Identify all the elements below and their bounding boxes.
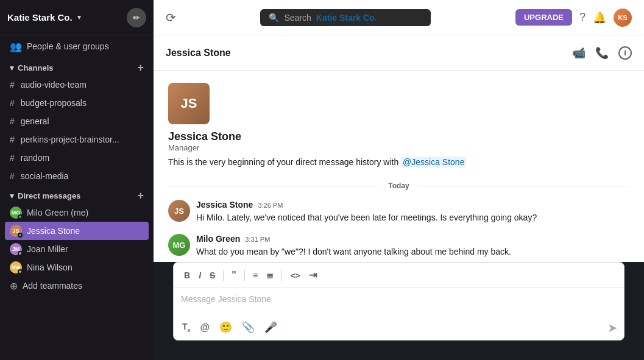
people-icon: 👥 bbox=[10, 41, 22, 52]
status-dot-away bbox=[18, 269, 23, 274]
channels-label: Channels bbox=[18, 63, 54, 72]
message-2-author: Milo Green bbox=[196, 234, 240, 244]
sidebar-header: Katie Stark Co. ▾ ✏ bbox=[0, 0, 154, 35]
edit-icon: ✏ bbox=[133, 13, 140, 23]
dm-name-milo: Milo Green (me) bbox=[27, 208, 88, 217]
message-2-text: What do you mean by "we"?! I don't want … bbox=[196, 245, 629, 258]
hash-icon: # bbox=[10, 153, 15, 163]
dm-label: Direct messages bbox=[18, 191, 80, 200]
channel-name: social-media bbox=[21, 171, 69, 181]
sidebar-item-add-teammates[interactable]: ⊕ Add teammates bbox=[0, 277, 154, 295]
sidebar-item-dm-jessica[interactable]: JS Jessica Stone bbox=[5, 222, 149, 240]
message-1-avatar: JS bbox=[168, 200, 190, 222]
input-bottom-bar: Tx @ 🙂 📎 🎤 ➤ bbox=[174, 315, 624, 340]
dm-name-joan: Joan Miller bbox=[27, 244, 68, 254]
date-label: Today bbox=[381, 182, 416, 190]
video-call-icon[interactable]: 📹 bbox=[572, 46, 586, 60]
hash-icon: # bbox=[10, 80, 15, 90]
chat-area: Jessica Stone 📹 📞 i JS Jessica Stone Man… bbox=[154, 35, 644, 360]
search-icon: 🔍 bbox=[269, 13, 279, 23]
voice-button[interactable]: 🎤 bbox=[262, 319, 280, 336]
sidebar-item-dm-joan[interactable]: JM Joan Miller bbox=[0, 240, 154, 258]
sidebar-item-channel-audio-video-team[interactable]: # audio-video-team bbox=[0, 76, 154, 94]
message-1-header: Jessica Stone 3:26 PM bbox=[196, 200, 629, 210]
sidebar-item-channel-general[interactable]: # general bbox=[0, 112, 154, 130]
italic-button[interactable]: I bbox=[196, 269, 204, 282]
emoji-button[interactable]: 🙂 bbox=[217, 319, 235, 336]
message-2-avatar: MG bbox=[168, 234, 190, 256]
message-2-content: Milo Green 3:31 PM What do you mean by "… bbox=[196, 234, 629, 258]
header-icons: UPGRADE ? 🔔 KS bbox=[515, 9, 632, 27]
send-button[interactable]: ➤ bbox=[607, 320, 618, 335]
help-button[interactable]: ? bbox=[579, 11, 586, 24]
date-divider: Today bbox=[168, 182, 629, 190]
message-input-wrapper: B I S " ≡ ≣ <> ⇥ Message Jessica Stone bbox=[154, 262, 644, 360]
text-format-button[interactable]: Tx bbox=[180, 319, 193, 336]
add-dm-button[interactable]: + bbox=[137, 190, 144, 201]
topbar: ⟳ 🔍 Search Katie Stark Co. UPGRADE ? 🔔 K… bbox=[154, 0, 644, 35]
channel-name: perkins-project-brainstor... bbox=[21, 135, 119, 144]
voice-call-icon[interactable]: 📞 bbox=[595, 46, 609, 60]
main-panel: ⟳ 🔍 Search Katie Stark Co. UPGRADE ? 🔔 K… bbox=[154, 0, 644, 360]
hash-icon: # bbox=[10, 98, 15, 108]
channels-section-header[interactable]: ▾ Channels + bbox=[0, 57, 154, 76]
intro-role: Manager bbox=[168, 143, 199, 152]
number-list-button[interactable]: ≣ bbox=[263, 269, 277, 282]
sidebar-item-dm-milo[interactable]: MG Milo Green (me) bbox=[0, 203, 154, 222]
status-dot-away bbox=[18, 251, 23, 256]
attachment-button[interactable]: 📎 bbox=[239, 319, 257, 336]
notifications-button[interactable]: 🔔 bbox=[593, 11, 606, 24]
strikethrough-button[interactable]: S bbox=[207, 269, 218, 282]
intro-text-body: This is the very beginning of your direc… bbox=[168, 157, 398, 167]
workspace-name[interactable]: Katie Stark Co. ▾ bbox=[7, 12, 81, 23]
sidebar-item-channel-perkins[interactable]: # perkins-project-brainstor... bbox=[0, 130, 154, 149]
avatar-jessica: JS bbox=[10, 225, 22, 237]
dm-section-header[interactable]: ▾ Direct messages + bbox=[0, 185, 154, 203]
dm-chevron-icon: ▾ bbox=[10, 191, 14, 200]
message-input[interactable]: Message Jessica Stone bbox=[174, 288, 624, 315]
sidebar-content: 👥 People & user groups ▾ Channels + # au… bbox=[0, 35, 154, 360]
message-2-time: 3:31 PM bbox=[245, 236, 270, 243]
avatar-joan: JM bbox=[10, 243, 22, 255]
dm-name-nina: Nina Wilson bbox=[27, 263, 73, 272]
bold-button[interactable]: B bbox=[181, 269, 193, 282]
indent-button[interactable]: ⇥ bbox=[306, 267, 320, 283]
search-workspace-label: Katie Stark Co. bbox=[316, 13, 377, 23]
hash-icon: # bbox=[10, 116, 15, 126]
chat-action-buttons: 📹 📞 i bbox=[572, 46, 632, 60]
intro-avatar: JS bbox=[168, 83, 210, 124]
sidebar-item-channel-random[interactable]: # random bbox=[0, 149, 154, 167]
code-button[interactable]: <> bbox=[287, 269, 303, 282]
add-teammates-icon: ⊕ bbox=[10, 280, 18, 292]
mention-button[interactable]: @ bbox=[198, 320, 213, 336]
upgrade-button[interactable]: UPGRADE bbox=[515, 9, 572, 26]
channel-name: budget-proposals bbox=[21, 98, 87, 108]
message-1-content: Jessica Stone 3:26 PM Hi Milo. Lately, w… bbox=[196, 200, 629, 224]
sidebar-item-dm-nina[interactable]: NW Nina Wilson bbox=[0, 258, 154, 277]
message-1-text: Hi Milo. Lately, we've noticed that you'… bbox=[196, 211, 629, 224]
search-placeholder: Search bbox=[284, 13, 311, 23]
people-label: People & user groups bbox=[27, 41, 109, 51]
intro-mention[interactable]: @Jessica Stone bbox=[401, 157, 466, 168]
history-button[interactable]: ⟳ bbox=[166, 10, 176, 25]
toolbar-divider-3 bbox=[281, 270, 282, 281]
search-bar[interactable]: 🔍 Search Katie Stark Co. bbox=[260, 9, 431, 26]
chat-title: Jessica Stone bbox=[166, 48, 231, 58]
info-icon[interactable]: i bbox=[618, 46, 632, 60]
channels-chevron-icon: ▾ bbox=[10, 63, 14, 72]
user-avatar[interactable]: KS bbox=[614, 9, 632, 27]
add-channel-button[interactable]: + bbox=[137, 62, 144, 73]
sidebar-item-people[interactable]: 👥 People & user groups bbox=[0, 35, 154, 57]
sidebar-item-channel-budget-proposals[interactable]: # budget-proposals bbox=[0, 94, 154, 112]
workspace-chevron-icon: ▾ bbox=[77, 13, 81, 21]
app-layout: Katie Stark Co. ▾ ✏ 👥 People & user grou… bbox=[0, 0, 644, 360]
edit-button[interactable]: ✏ bbox=[127, 8, 146, 27]
sidebar-item-channel-social-media[interactable]: # social-media bbox=[0, 167, 154, 185]
add-teammates-label: Add teammates bbox=[23, 281, 82, 291]
dm-name-jessica: Jessica Stone bbox=[27, 226, 80, 236]
quote-button[interactable]: " bbox=[228, 268, 239, 283]
avatar-nina: NW bbox=[10, 261, 22, 274]
bullet-list-button[interactable]: ≡ bbox=[250, 269, 261, 282]
toolbar-divider-2 bbox=[244, 270, 245, 281]
input-bottom-left: Tx @ 🙂 📎 🎤 bbox=[180, 319, 280, 336]
